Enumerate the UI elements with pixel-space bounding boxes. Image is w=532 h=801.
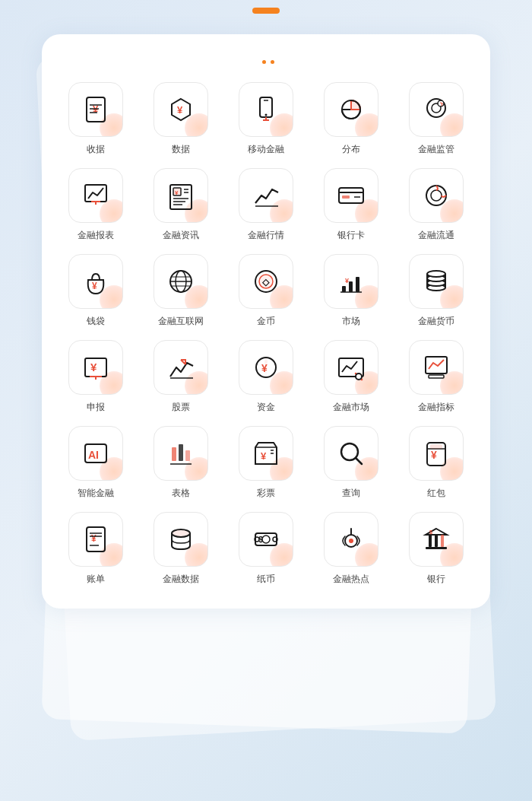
icon-box-zhibiao[interactable]	[409, 340, 464, 395]
icon-label-chaxun: 查询	[342, 487, 360, 500]
svg-text:AI: AI	[88, 449, 99, 461]
icon-item-biaoge: 表格	[142, 426, 220, 500]
icon-item-zhibi: $ 纸币	[227, 512, 305, 586]
svg-point-63	[356, 373, 362, 380]
icon-label-hangqing: 金融行情	[248, 229, 284, 242]
icon-box-shichang[interactable]: ¥	[324, 254, 378, 309]
svg-point-15	[438, 100, 444, 106]
icon-label-aineng: 智能金融	[78, 487, 114, 500]
icon-box-yinhangka[interactable]	[324, 168, 378, 223]
main-card: ¥ 收据 ¥ 数据 移动金融 分布 金融监管 金融报表 ¥ 金融资讯	[42, 34, 490, 609]
svg-text:¥: ¥	[90, 361, 97, 373]
icon-label-jinrongshichang: 金融市场	[333, 401, 369, 414]
svg-rect-70	[185, 450, 190, 461]
icon-box-jinbi[interactable]: ◇	[239, 254, 293, 309]
svg-line-77	[356, 458, 362, 464]
icon-box-jinrongshuju[interactable]	[154, 512, 208, 567]
icon-box-fenbu[interactable]	[324, 82, 378, 137]
icon-box-liutong[interactable]	[409, 168, 464, 223]
icon-item-zixun: ¥ 金融资讯	[142, 168, 220, 242]
icon-label-jinbi: 金币	[257, 315, 275, 328]
icon-label-baobiao: 金融报表	[78, 229, 114, 242]
icon-item-yinhang: $ 银行	[397, 512, 475, 586]
icon-box-chaxun[interactable]	[324, 426, 378, 481]
icon-box-gupiao[interactable]	[154, 340, 208, 395]
icon-label-zhibiao: 金融指标	[418, 401, 454, 414]
svg-point-9	[265, 114, 268, 116]
icon-item-gupiao: 股票	[142, 340, 220, 414]
svg-rect-98	[441, 535, 444, 547]
icon-box-yidong[interactable]	[239, 82, 293, 137]
icon-label-yidong: 移动金融	[248, 143, 284, 156]
icon-box-redian[interactable]	[324, 512, 378, 567]
icon-label-shuju: 数据	[172, 143, 190, 156]
icon-label-zixun: 金融资讯	[163, 229, 199, 242]
svg-text:◇: ◇	[261, 277, 270, 288]
svg-point-86	[172, 529, 190, 537]
icon-box-huobi[interactable]	[409, 254, 464, 309]
icon-box-biaoge[interactable]	[154, 426, 208, 481]
icon-box-hangqing[interactable]	[239, 168, 293, 223]
icon-item-hangqing: 金融行情	[227, 168, 305, 242]
svg-rect-45	[356, 277, 359, 292]
icon-label-hongbao: 红包	[427, 487, 445, 500]
icon-item-chaxun: 查询	[312, 426, 390, 500]
icon-item-shuju: ¥ 数据	[142, 82, 220, 156]
svg-text:¥: ¥	[345, 277, 349, 284]
icon-box-baobiao[interactable]	[68, 168, 123, 223]
icon-box-zhibi[interactable]: $	[239, 512, 293, 567]
svg-rect-69	[179, 444, 183, 461]
icon-item-yinhangka: 银行卡	[312, 168, 390, 242]
icon-item-shichang: ¥ 市场	[312, 254, 390, 328]
icon-item-jinrongshichang: 金融市场	[312, 340, 390, 414]
svg-text:¥: ¥	[177, 104, 183, 116]
icon-box-jinrongshichang[interactable]	[324, 340, 378, 395]
svg-rect-28	[339, 188, 363, 203]
card-subtitle	[57, 60, 475, 64]
icon-item-shouju: ¥ 收据	[57, 82, 135, 156]
icon-label-shenbao: 申报	[87, 401, 105, 414]
svg-rect-65	[429, 375, 444, 378]
icons-grid: ¥ 收据 ¥ 数据 移动金融 分布 金融监管 金融报表 ¥ 金融资讯	[57, 82, 475, 586]
icon-item-qiandai: ¥ 钱袋	[57, 254, 135, 328]
icon-label-shichang: 市场	[342, 315, 360, 328]
icon-box-zixun[interactable]: ¥	[154, 168, 208, 223]
icon-item-zhibiao: 金融指标	[397, 340, 475, 414]
svg-point-33	[431, 190, 442, 201]
icon-item-fenbu: 分布	[312, 82, 390, 156]
icon-item-zijin: ¥ 资金	[227, 340, 305, 414]
icon-box-hongbao[interactable]: ¥	[409, 426, 464, 481]
icon-box-aineng[interactable]: AI	[68, 426, 123, 481]
icon-item-liutong: 金融流通	[397, 168, 475, 242]
icon-box-shouju[interactable]: ¥	[68, 82, 123, 137]
icon-label-qiandai: 钱袋	[87, 315, 105, 328]
icon-label-gupiao: 股票	[172, 401, 190, 414]
icon-box-shuju[interactable]: ¥	[154, 82, 208, 137]
icon-box-caipiao[interactable]: ¥	[239, 426, 293, 481]
icon-item-shenbao: ¥ 申报	[57, 340, 135, 414]
svg-text:$: $	[429, 529, 432, 536]
icon-box-zijin[interactable]: ¥	[239, 340, 293, 395]
icon-label-caipiao: 彩票	[257, 487, 275, 500]
svg-text:¥: ¥	[261, 450, 267, 462]
svg-text:¥: ¥	[431, 449, 437, 461]
icon-label-huobi: 金融货币	[418, 315, 454, 328]
icon-item-hulianwang: 金融互联网	[142, 254, 220, 328]
svg-point-89	[262, 536, 270, 543]
svg-rect-44	[349, 281, 353, 292]
icon-box-jianguan[interactable]	[409, 82, 464, 137]
icon-box-shenbao[interactable]: ¥	[68, 340, 123, 395]
icon-item-huobi: 金融货币	[397, 254, 475, 328]
icon-label-biaoge: 表格	[172, 487, 190, 500]
icon-label-jianguan: 金融监管	[418, 143, 454, 156]
icon-label-redian: 金融热点	[333, 573, 369, 586]
icon-box-zhangdan[interactable]: ¥	[68, 512, 123, 567]
icon-box-hulianwang[interactable]	[154, 254, 208, 309]
svg-rect-30	[342, 195, 350, 199]
icon-label-zhangdan: 账单	[87, 573, 105, 586]
icon-item-hongbao: ¥ 红包	[397, 426, 475, 500]
icon-box-yinhang[interactable]: $	[409, 512, 464, 567]
icon-box-qiandai[interactable]: ¥	[68, 254, 123, 309]
dot1	[262, 60, 266, 64]
svg-rect-43	[342, 286, 346, 292]
